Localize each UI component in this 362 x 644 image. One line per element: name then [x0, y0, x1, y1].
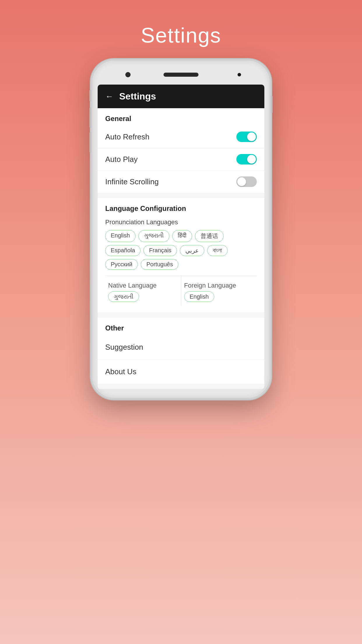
language-columns: Native Language ગુજરાતી Foreign Language… — [105, 276, 257, 306]
auto-play-toggle[interactable] — [236, 154, 257, 164]
native-language-selected[interactable]: ગુજરાતી — [108, 291, 139, 302]
infinite-scrolling-toggle[interactable] — [236, 176, 257, 187]
auto-play-label: Auto Play — [105, 155, 138, 164]
language-config-header: Language Configuration — [105, 204, 257, 213]
mute-button — [89, 90, 91, 102]
chip-gujarati[interactable]: ગુજરાતી — [138, 230, 169, 242]
auto-refresh-knob — [247, 132, 256, 141]
infinite-scrolling-row: Infinite Scrolling — [98, 171, 264, 193]
pronunciation-chips-container: English ગુજરાતી हिंदी 普通话 Española Franç… — [105, 230, 257, 270]
phone-top-bar — [98, 69, 264, 80]
volume-up-button — [89, 107, 91, 128]
auto-play-knob — [247, 155, 256, 164]
chip-chinese[interactable]: 普通话 — [195, 230, 224, 242]
infinite-scrolling-knob — [237, 177, 246, 186]
chip-english[interactable]: English — [105, 230, 136, 242]
phone-screen: ← Settings General Auto Refresh Auto Pla… — [98, 85, 264, 389]
auto-refresh-row: Auto Refresh — [98, 126, 264, 148]
about-us-row[interactable]: About Us — [98, 360, 264, 384]
chip-portuguese[interactable]: Português — [141, 259, 178, 270]
app-bar: ← Settings — [98, 85, 264, 108]
language-config-section: Language Configuration Pronunciation Lan… — [98, 198, 264, 312]
chip-russian[interactable]: Русский — [105, 259, 138, 270]
phone-shell: ← Settings General Auto Refresh Auto Pla… — [91, 59, 271, 400]
foreign-language-column: Foreign Language English — [181, 276, 257, 306]
general-section: General Auto Refresh Auto Play Infinite … — [98, 108, 264, 193]
chip-francais[interactable]: Français — [143, 245, 177, 256]
chip-bengali[interactable]: বাংলা — [207, 245, 228, 256]
infinite-scrolling-label: Infinite Scrolling — [105, 177, 159, 186]
front-camera — [125, 72, 131, 77]
foreign-language-selected[interactable]: English — [184, 291, 215, 302]
other-section-header: Other — [98, 318, 264, 335]
volume-down-button — [89, 132, 91, 153]
native-language-title: Native Language — [108, 282, 178, 289]
foreign-language-title: Foreign Language — [184, 282, 254, 289]
power-button — [271, 96, 273, 113]
page-title: Settings — [141, 23, 221, 47]
app-bar-title: Settings — [119, 91, 156, 102]
content-area: General Auto Refresh Auto Play Infinite … — [98, 108, 264, 384]
auto-refresh-toggle[interactable] — [236, 132, 257, 142]
auto-refresh-label: Auto Refresh — [105, 132, 150, 141]
chip-arabic[interactable]: عربي — [180, 245, 204, 256]
chip-hindi[interactable]: हिंदी — [172, 230, 192, 242]
auto-play-row: Auto Play — [98, 148, 264, 171]
native-language-column: Native Language ગુજરાતી — [105, 276, 181, 306]
chip-espanola[interactable]: Española — [105, 245, 140, 256]
back-button[interactable]: ← — [105, 92, 113, 101]
general-section-header: General — [98, 108, 264, 126]
suggestion-row[interactable]: Suggestion — [98, 335, 264, 360]
front-camera-sensor — [238, 73, 241, 76]
earpiece — [164, 73, 198, 77]
pronunciation-languages-title: Pronunciation Languages — [105, 218, 257, 226]
other-section: Other Suggestion About Us — [98, 318, 264, 384]
